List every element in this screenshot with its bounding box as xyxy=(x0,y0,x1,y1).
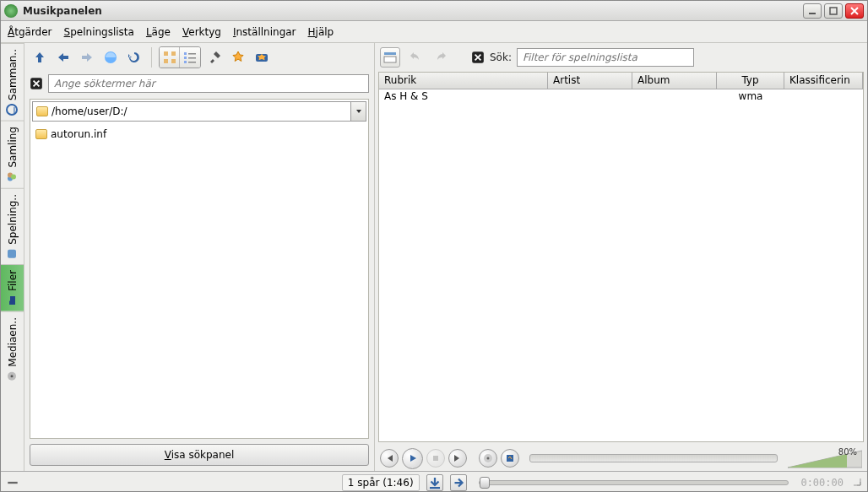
sidetab-samman-label: Samman.. xyxy=(7,49,19,100)
path-dropdown-button[interactable] xyxy=(351,101,366,122)
app-icon xyxy=(4,4,18,18)
left-search-row xyxy=(24,72,374,95)
search-input[interactable] xyxy=(48,74,369,93)
maximize-button[interactable] xyxy=(824,3,843,19)
playlist-filter-input[interactable] xyxy=(517,48,694,67)
clear-filter-button[interactable] xyxy=(471,51,485,64)
next-button[interactable] xyxy=(448,449,467,468)
sidetab-filer[interactable]: Filer xyxy=(1,264,24,311)
configure-button[interactable] xyxy=(204,47,225,68)
sidetab-samling[interactable]: Samling xyxy=(1,121,24,188)
svg-rect-11 xyxy=(164,51,168,56)
path-text: /home/user/D:/ xyxy=(52,105,127,117)
sidetab-mediaen-label: Mediaen.. xyxy=(7,317,19,367)
col-rubrik[interactable]: Rubrik xyxy=(379,73,548,89)
sidetab-spelning[interactable]: Spelning.. xyxy=(1,188,24,265)
clear-search-button[interactable] xyxy=(30,77,43,90)
view-mode-group xyxy=(159,46,201,68)
close-button[interactable] xyxy=(845,3,864,19)
cell-typ: wma xyxy=(717,89,784,105)
svg-rect-26 xyxy=(433,456,438,461)
svg-rect-14 xyxy=(171,59,176,63)
cell-rubrik: As H & S xyxy=(379,89,548,105)
prev-button[interactable] xyxy=(380,449,399,468)
transport-bar: 80% xyxy=(375,446,867,471)
reload-button[interactable] xyxy=(124,47,144,68)
playlist-body[interactable]: As H & S wma xyxy=(379,89,863,441)
playlist-header: Rubrik Artist Album Typ Klassificerin xyxy=(379,73,863,89)
visualizer-icon[interactable] xyxy=(501,449,519,468)
menu-actions[interactable]: Åtgärder xyxy=(8,26,52,38)
resize-grip[interactable] xyxy=(850,475,862,489)
folder-icon xyxy=(35,129,47,139)
bookmark-button[interactable] xyxy=(228,47,248,68)
svg-rect-24 xyxy=(384,57,396,62)
position-slider[interactable] xyxy=(529,454,778,462)
svg-rect-23 xyxy=(384,52,396,55)
next-action-button[interactable] xyxy=(450,474,467,491)
left-toolbar xyxy=(24,43,374,72)
play-button[interactable] xyxy=(402,448,423,469)
svg-rect-13 xyxy=(164,59,168,63)
playlist-table: Rubrik Artist Album Typ Klassificerin As… xyxy=(378,72,864,442)
volume-label: 80% xyxy=(838,447,857,457)
slider-knob[interactable] xyxy=(480,477,490,489)
svg-text:i: i xyxy=(14,104,16,116)
back-button[interactable] xyxy=(53,47,73,68)
file-name: autorun.inf xyxy=(51,128,106,140)
home-button[interactable] xyxy=(100,47,121,68)
cd-icon[interactable] xyxy=(479,449,497,468)
svg-rect-19 xyxy=(184,61,187,63)
svg-rect-7 xyxy=(8,249,17,257)
icon-view-button[interactable] xyxy=(160,47,180,68)
file-browser: /home/user/D:/ autorun.inf xyxy=(30,99,369,439)
svg-point-28 xyxy=(487,457,490,460)
show-search-label-rest: isa sökpanel xyxy=(171,449,235,461)
list-view-button[interactable] xyxy=(180,47,200,68)
up-button[interactable] xyxy=(30,47,50,68)
stop-button[interactable] xyxy=(426,449,445,468)
col-album[interactable]: Album xyxy=(632,73,717,89)
sidetab-samman[interactable]: i Samman.. xyxy=(1,43,24,121)
window-title: Musikpanelen xyxy=(23,5,102,17)
svg-rect-29 xyxy=(507,455,513,462)
status-slider[interactable] xyxy=(479,480,789,485)
svg-rect-1 xyxy=(830,8,837,14)
volume-control[interactable]: 80% xyxy=(788,447,862,469)
menu-mode[interactable]: Läge xyxy=(146,26,171,38)
svg-rect-0 xyxy=(809,13,816,14)
cell-artist xyxy=(548,89,632,105)
file-tree[interactable]: autorun.inf xyxy=(30,123,368,438)
bookmark-folder-button[interactable] xyxy=(252,47,272,68)
redo-button[interactable] xyxy=(431,47,451,68)
col-artist[interactable]: Artist xyxy=(548,73,632,89)
sidetab-mediaen[interactable]: Mediaen.. xyxy=(1,311,24,387)
file-item[interactable]: autorun.inf xyxy=(35,127,363,142)
svg-point-6 xyxy=(12,175,17,180)
undo-button[interactable] xyxy=(405,47,426,68)
sidetab-spelning-label: Spelning.. xyxy=(7,194,19,245)
minimize-button[interactable] xyxy=(803,3,822,19)
svg-rect-18 xyxy=(188,57,196,59)
status-close-icon[interactable] xyxy=(6,476,19,489)
show-search-panel-button[interactable]: Visa sökpanel xyxy=(30,444,369,466)
forward-button[interactable] xyxy=(77,47,97,68)
search-label: Sök: xyxy=(490,51,512,63)
svg-rect-15 xyxy=(184,52,187,55)
svg-rect-17 xyxy=(184,57,187,59)
menu-tools[interactable]: Verktyg xyxy=(182,26,221,38)
side-tabs: i Samman.. Samling Spelning.. Filer Medi… xyxy=(1,43,24,471)
menu-settings[interactable]: Inställningar xyxy=(233,26,296,38)
col-klass[interactable]: Klassificerin xyxy=(784,73,863,89)
cell-klass xyxy=(784,89,863,105)
track-count: 1 spår (1:46) xyxy=(342,474,420,491)
left-panel: /home/user/D:/ autorun.inf Visa sökpanel xyxy=(24,43,375,471)
menu-help[interactable]: Hjälp xyxy=(308,26,334,38)
menu-playlist[interactable]: Spelningslista xyxy=(64,26,134,38)
cell-album xyxy=(632,89,717,105)
col-typ[interactable]: Typ xyxy=(717,73,784,89)
playlist-tab-button[interactable] xyxy=(380,47,400,68)
download-button[interactable] xyxy=(426,474,443,491)
path-selector[interactable]: /home/user/D:/ xyxy=(32,101,366,122)
playlist-row[interactable]: As H & S wma xyxy=(379,89,863,105)
